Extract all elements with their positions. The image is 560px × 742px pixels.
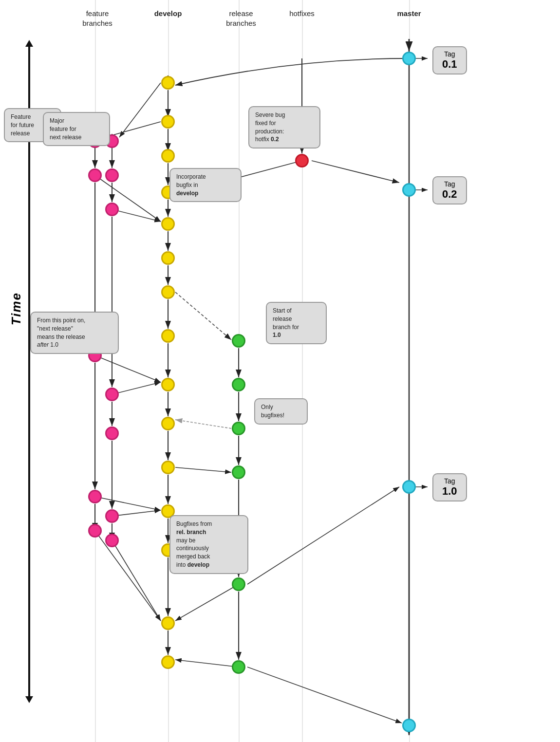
col-header-master: master — [387, 9, 431, 19]
node-master-4 — [402, 719, 416, 732]
svg-line-49 — [95, 355, 161, 382]
lane-feature — [95, 0, 96, 742]
callout-severe-bug: Severe bugfixed forproduction:hotfix 0.2 — [248, 106, 320, 148]
node-develop-3 — [161, 149, 175, 163]
svg-line-57 — [247, 667, 402, 723]
node-master-3 — [402, 480, 416, 494]
node-release-5 — [232, 577, 245, 591]
node-release-2 — [232, 378, 245, 391]
node-feat1-4 — [88, 490, 102, 503]
node-develop-7 — [161, 285, 175, 299]
node-release-6 — [232, 660, 245, 674]
svg-line-51 — [95, 497, 161, 510]
node-develop-9 — [161, 378, 175, 391]
time-label: Time — [9, 292, 24, 325]
svg-line-53 — [95, 531, 161, 621]
svg-line-43 — [112, 209, 161, 222]
svg-line-40 — [119, 83, 161, 137]
node-develop-11 — [161, 461, 175, 474]
svg-line-50 — [112, 382, 161, 394]
col-header-develop: develop — [144, 9, 192, 19]
col-header-hotfixes: hotfixes — [280, 9, 324, 19]
node-feat2-4 — [105, 388, 119, 401]
svg-line-44 — [175, 292, 231, 340]
svg-line-42 — [95, 175, 161, 222]
tag-10-value: 1.0 — [442, 485, 457, 498]
tag-02-value: 0.2 — [442, 188, 457, 201]
node-feat1-5 — [88, 524, 102, 538]
node-develop-2 — [161, 115, 175, 129]
lane-release — [239, 0, 240, 742]
lane-develop — [168, 0, 169, 742]
node-feat2-6 — [105, 509, 119, 523]
callout-start-release: Start ofreleasebranch for1.0 — [266, 302, 327, 344]
node-develop-6 — [161, 251, 175, 265]
callout-major-feature: Majorfeature fornext release — [43, 112, 110, 146]
node-develop-10 — [161, 417, 175, 430]
node-release-1 — [232, 334, 245, 348]
node-develop-14 — [161, 616, 175, 630]
svg-line-47 — [175, 584, 239, 621]
node-hotfix-1 — [295, 154, 309, 167]
node-develop-5 — [161, 217, 175, 231]
tag-02: Tag0.2 — [432, 176, 467, 204]
tag-01-value: 0.1 — [442, 58, 457, 71]
node-feat2-7 — [105, 534, 119, 547]
col-header-feature: featurebranches — [71, 9, 124, 28]
svg-line-46 — [175, 420, 231, 428]
node-release-3 — [232, 422, 245, 435]
node-develop-1 — [161, 76, 175, 90]
diagram: Time featurebranches develop releasebran… — [0, 0, 560, 742]
node-develop-8 — [161, 329, 175, 343]
node-develop-15 — [161, 655, 175, 669]
callout-next-release: From this point on,"next release"means t… — [30, 312, 119, 354]
node-feat2-2 — [105, 168, 119, 182]
svg-line-54 — [112, 540, 161, 621]
node-feat2-5 — [105, 427, 119, 440]
svg-line-52 — [112, 510, 161, 516]
lane-master — [409, 0, 410, 742]
node-feat1-2 — [88, 168, 102, 182]
node-master-1 — [402, 52, 416, 65]
callout-only-bugfixes: Onlybugfixes! — [254, 398, 308, 425]
svg-line-45 — [247, 487, 399, 584]
svg-line-38 — [312, 161, 399, 183]
node-release-4 — [232, 465, 245, 479]
svg-line-55 — [175, 467, 231, 472]
tag-10: Tag1.0 — [432, 473, 467, 501]
tag-01: Tag0.1 — [432, 46, 467, 74]
col-header-release: releasebranches — [214, 9, 268, 28]
node-master-2 — [402, 183, 416, 197]
callout-bugfixes-merged: Bugfixes fromrel. branchmay becontinuous… — [169, 515, 248, 574]
callout-incorporate-bugfix: Incorporatebugfix indevelop — [169, 168, 242, 202]
node-feat2-3 — [105, 203, 119, 216]
svg-line-48 — [175, 660, 239, 667]
